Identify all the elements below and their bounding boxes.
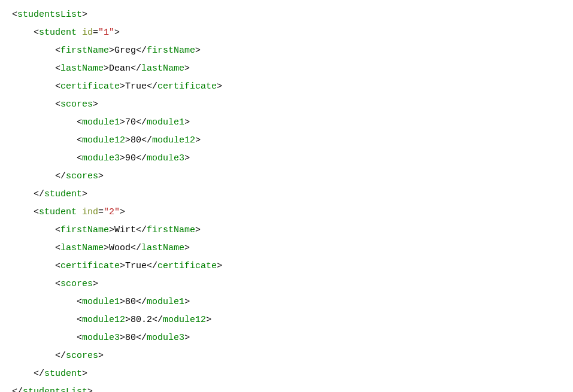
code-line: <scores> [12, 275, 561, 293]
code-line: <firstName>Wirt</firstName> [12, 221, 561, 239]
code-line: <certificate>True</certificate> [12, 78, 561, 96]
code-line: <student ind="2"> [12, 203, 561, 221]
code-line: <module12>80</module12> [12, 132, 561, 150]
code-line: </studentsList> [12, 383, 561, 392]
xml-code-block: <studentsList> <student id="1"> <firstNa… [12, 6, 561, 392]
code-line: </scores> [12, 168, 561, 186]
code-line: <module1>70</module1> [12, 114, 561, 132]
code-line: <lastName>Wood</lastName> [12, 239, 561, 257]
code-line: <module1>80</module1> [12, 293, 561, 311]
code-line: <scores> [12, 96, 561, 114]
code-line: <module3>90</module3> [12, 150, 561, 168]
code-line: <lastName>Dean</lastName> [12, 60, 561, 78]
code-line: </student> [12, 365, 561, 383]
code-line: </student> [12, 186, 561, 203]
code-line: <student id="1"> [12, 24, 561, 42]
code-line: <module12>80.2</module12> [12, 311, 561, 329]
code-line: <studentsList> [12, 6, 561, 24]
code-line: <module3>80</module3> [12, 329, 561, 347]
code-line: <firstName>Greg</firstName> [12, 42, 561, 60]
code-line: </scores> [12, 347, 561, 365]
code-line: <certificate>True</certificate> [12, 257, 561, 275]
